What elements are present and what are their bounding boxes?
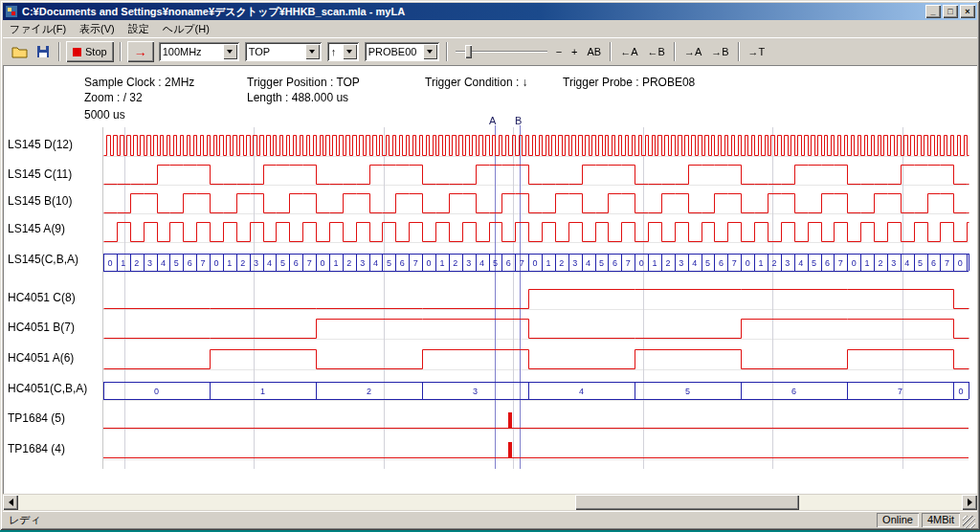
channel-label: LS145(C,B,A) xyxy=(8,253,78,266)
goto-trigger-button[interactable]: →T xyxy=(744,44,770,59)
window-title: C:¥Documents and Settings¥noname¥デスクトップ¥… xyxy=(22,5,924,19)
trigger-probe-text: Trigger Probe : PROBE08 xyxy=(563,76,695,89)
trigger-position-text: Trigger Position : TOP xyxy=(247,76,360,89)
maximize-button[interactable]: □ xyxy=(943,5,958,18)
scroll-track[interactable] xyxy=(18,495,962,510)
trigger-condition-text: Trigger Condition : ↓ xyxy=(425,76,528,89)
horizontal-scrollbar[interactable] xyxy=(3,495,977,510)
statusbar: レディ Online 4MBit xyxy=(3,511,977,528)
channel-label: LS145 C(11) xyxy=(8,167,72,181)
menu-help[interactable]: ヘルプ(H) xyxy=(156,20,216,38)
channel-label: HC4051 A(6) xyxy=(8,351,74,365)
channel-label: HC4051(C,B,A) xyxy=(8,382,87,395)
chevron-down-icon[interactable] xyxy=(305,44,320,59)
trigger-probe-select[interactable]: PROBE00 xyxy=(365,42,439,61)
trigger-position-value: TOP xyxy=(245,46,305,57)
length-text: Length : 488.000 us xyxy=(247,91,348,104)
run-button[interactable]: → xyxy=(127,41,154,62)
sample-clock-text: Sample Clock : 2MHz xyxy=(84,76,194,89)
trigger-position-select[interactable]: TOP xyxy=(245,42,322,61)
app-window: C:¥Documents and Settings¥noname¥デスクトップ¥… xyxy=(0,0,980,530)
zoom-out-button[interactable]: − xyxy=(551,44,567,59)
ab-range-button[interactable]: AB xyxy=(583,44,607,59)
toolbar-separator xyxy=(58,42,60,61)
scroll-thumb[interactable] xyxy=(575,495,799,510)
sample-rate-value: 100MHz xyxy=(159,46,223,57)
status-ready-text: レディ xyxy=(3,513,877,527)
run-arrow-icon: → xyxy=(134,45,147,58)
stop-button[interactable]: Stop xyxy=(66,41,114,62)
chevron-down-icon[interactable] xyxy=(423,44,437,59)
trigger-probe-value: PROBE00 xyxy=(365,46,423,57)
chevron-down-icon[interactable] xyxy=(343,44,357,59)
open-folder-icon xyxy=(11,45,29,58)
minimize-button[interactable]: _ xyxy=(925,5,941,18)
goto-marker-b-right-button[interactable]: →B xyxy=(706,44,733,59)
marker-a-label[interactable]: A xyxy=(489,115,496,126)
stop-icon xyxy=(73,48,81,56)
status-memory-badge: 4MBit xyxy=(922,513,960,527)
open-button[interactable] xyxy=(9,41,32,62)
goto-marker-b-left-button[interactable]: ←B xyxy=(643,44,670,59)
titlebar: C:¥Documents and Settings¥noname¥デスクトップ¥… xyxy=(3,3,977,20)
channel-label: HC4051 C(8) xyxy=(8,291,76,304)
resize-grip[interactable] xyxy=(963,516,975,528)
menu-file[interactable]: ファイル(F) xyxy=(3,20,73,38)
zoom-text: Zoom : / 32 xyxy=(84,91,143,104)
close-button[interactable]: × xyxy=(960,5,975,18)
toolbar-separator xyxy=(446,42,448,61)
status-online-badge: Online xyxy=(877,513,919,527)
marker-b-label[interactable]: B xyxy=(515,115,522,126)
channel-label: TP1684 (4) xyxy=(8,442,65,455)
zoom-slider-thumb[interactable] xyxy=(465,45,472,58)
channel-label: TP1684 (5) xyxy=(8,411,65,425)
menubar: ファイル(F) 表示(V) 設定 ヘルプ(H) xyxy=(3,20,977,37)
app-icon xyxy=(5,5,18,18)
zoom-in-button[interactable]: + xyxy=(567,44,582,59)
channel-label: HC4051 B(7) xyxy=(8,321,75,334)
stop-label: Stop xyxy=(85,46,107,57)
save-button[interactable] xyxy=(32,41,55,62)
chevron-down-icon[interactable] xyxy=(223,44,237,59)
toolbar-separator xyxy=(610,42,612,61)
channel-label: LS145 D(12) xyxy=(8,138,73,151)
trigger-edge-value: ↑ xyxy=(327,46,343,57)
zoom-slider[interactable] xyxy=(456,42,547,61)
goto-marker-a-right-button[interactable]: →A xyxy=(679,44,706,59)
trigger-edge-select[interactable]: ↑ xyxy=(327,42,359,61)
goto-marker-a-left-button[interactable]: ←A xyxy=(615,44,642,59)
menu-settings[interactable]: 設定 xyxy=(122,20,156,38)
menu-view[interactable]: 表示(V) xyxy=(73,20,122,38)
toolbar-separator xyxy=(120,42,122,61)
toolbar-separator xyxy=(738,42,740,61)
toolbar-separator xyxy=(674,42,676,61)
floppy-disk-icon xyxy=(36,45,50,58)
scroll-right-arrow-icon[interactable] xyxy=(962,495,977,510)
scroll-left-arrow-icon[interactable] xyxy=(3,495,18,510)
channel-label: LS145 B(10) xyxy=(8,194,72,208)
channel-label: LS145 A(9) xyxy=(8,222,65,235)
toolbar: Stop → 100MHz TOP ↑ PROBE00 xyxy=(3,37,977,65)
sample-rate-select[interactable]: 100MHz xyxy=(159,42,239,61)
desktop: C:¥Documents and Settings¥noname¥デスクトップ¥… xyxy=(0,0,980,532)
time-scale-label: 5000 us xyxy=(84,108,125,122)
